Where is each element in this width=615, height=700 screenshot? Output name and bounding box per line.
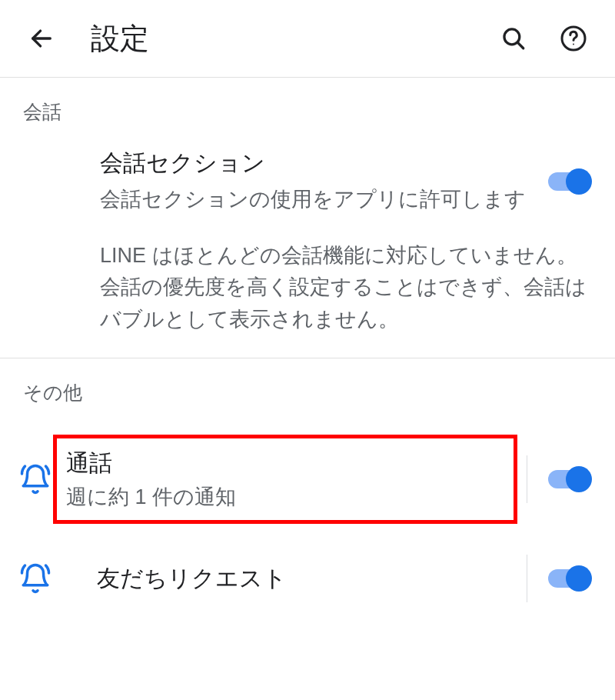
arrow-back-icon <box>28 25 55 52</box>
search-button[interactable] <box>495 20 532 57</box>
vertical-divider <box>527 555 527 602</box>
vertical-divider <box>527 455 527 503</box>
search-icon <box>500 25 527 52</box>
setting-desc: 会話セクションの使用をアプリに許可します <box>100 184 530 215</box>
conversation-info: LINE はほとんどの会話機能に対応していません。会話の優先度を高く設定すること… <box>0 225 615 358</box>
highlight-annotation: 通話 週に約 1 件の通知 <box>53 435 517 524</box>
channel-text: 友だちリクエスト <box>97 563 517 595</box>
channel-subtitle: 週に約 1 件の通知 <box>66 483 452 511</box>
conversation-section-setting[interactable]: 会話セクション 会話セクションの使用をアプリに許可します <box>0 138 615 225</box>
channel-title: 通話 <box>66 448 452 479</box>
header-actions <box>495 20 592 57</box>
channel-row-friend-request[interactable]: 友だちリクエスト <box>0 539 615 618</box>
help-icon <box>560 25 587 52</box>
setting-title: 会話セクション <box>100 148 530 179</box>
page-title: 設定 <box>91 19 495 58</box>
app-header: 設定 <box>0 0 615 77</box>
help-button[interactable] <box>555 20 592 57</box>
channel-row-calls[interactable]: 通話 週に約 1 件の通知 <box>0 419 615 539</box>
svg-point-4 <box>573 44 574 45</box>
setting-text: 会話セクション 会話セクションの使用をアプリに許可します <box>100 148 546 215</box>
friend-request-toggle[interactable] <box>546 564 592 593</box>
svg-line-2 <box>517 42 524 48</box>
bell-ring-icon <box>14 562 57 595</box>
channel-title: 友だちリクエスト <box>97 563 517 595</box>
calls-toggle[interactable] <box>546 465 592 494</box>
section-label-other: その他 <box>0 358 615 419</box>
section-label-conversation: 会話 <box>0 78 615 138</box>
bell-ring-icon <box>14 463 57 495</box>
conversation-section-toggle[interactable] <box>546 167 592 196</box>
back-button[interactable] <box>23 20 60 57</box>
